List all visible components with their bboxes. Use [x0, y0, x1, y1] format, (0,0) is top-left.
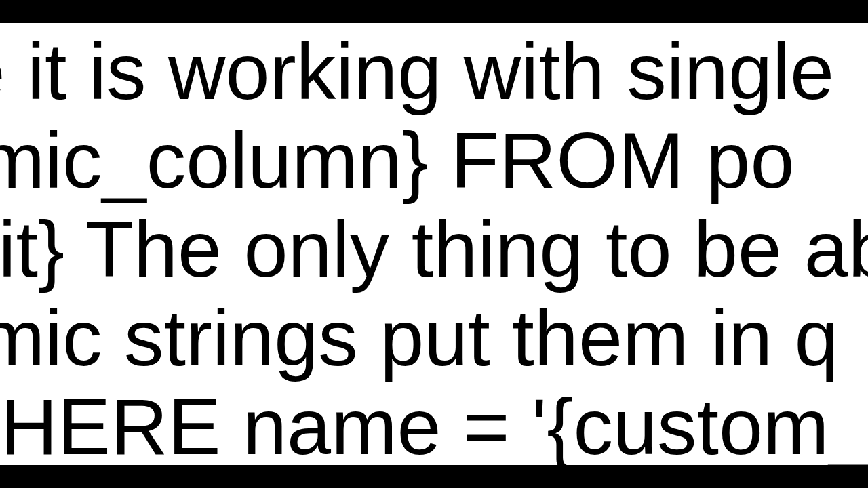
- text-line-3: mit} The only thing to be ab: [0, 205, 868, 293]
- text-line-2: ynamic_column} FROM po: [0, 116, 795, 205]
- text-line-4: ynamic strings put them in q: [0, 293, 839, 382]
- text-line-1: ame it is working with single: [0, 27, 834, 116]
- document-viewport: ame it is working with single ynamic_col…: [0, 23, 868, 465]
- text-line-5: WHERE name = '{custom_: [0, 382, 868, 465]
